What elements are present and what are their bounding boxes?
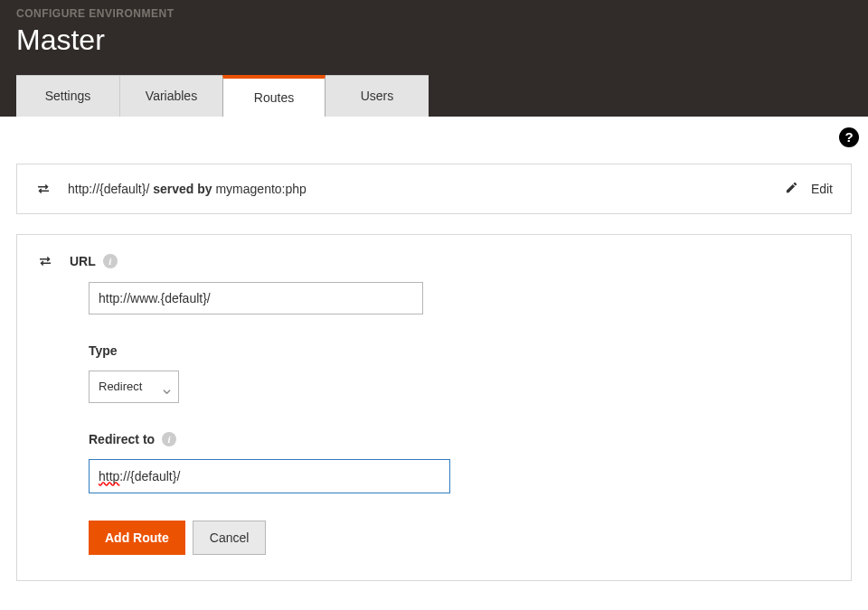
url-input[interactable] xyxy=(89,282,423,314)
route-arrows-icon xyxy=(35,181,52,197)
redirect-to-input[interactable]: http://{default}/ xyxy=(89,459,450,493)
tab-variables[interactable]: Variables xyxy=(119,75,222,117)
header-title: Master xyxy=(16,23,852,57)
route-form-panel: URL i Type Redirect Redirect to i xyxy=(16,234,852,581)
tabs: Settings Variables Routes Users xyxy=(0,75,868,117)
help-icon[interactable]: ? xyxy=(839,127,859,147)
cancel-button[interactable]: Cancel xyxy=(193,521,267,555)
header-subtitle: CONFIGURE ENVIRONMENT xyxy=(16,7,852,22)
form-arrows-icon xyxy=(37,253,53,269)
route-text: http://{default}/ served by mymagento:ph… xyxy=(68,182,785,196)
tab-routes[interactable]: Routes xyxy=(222,75,326,117)
redirect-info-icon[interactable]: i xyxy=(162,432,176,446)
redirect-to-label: Redirect to xyxy=(89,432,155,446)
route-served-value: mymagento:php xyxy=(212,182,307,196)
route-url: http://{default}/ xyxy=(68,182,153,196)
tab-users[interactable]: Users xyxy=(326,75,429,117)
pencil-icon xyxy=(785,181,798,197)
redirect-value-misspell: http xyxy=(99,469,119,483)
url-info-icon[interactable]: i xyxy=(103,254,118,268)
redirect-value-rest: ://{default}/ xyxy=(119,469,180,483)
route-served-by-label: served by xyxy=(153,182,212,196)
edit-label: Edit xyxy=(811,182,833,196)
type-label: Type xyxy=(89,343,831,358)
edit-button[interactable]: Edit xyxy=(785,181,833,197)
tab-settings[interactable]: Settings xyxy=(16,75,119,117)
add-route-button[interactable]: Add Route xyxy=(89,521,185,555)
route-entry-panel: http://{default}/ served by mymagento:ph… xyxy=(16,164,852,214)
chevron-down-icon xyxy=(163,383,171,399)
url-label: URL xyxy=(70,254,96,268)
page-header: CONFIGURE ENVIRONMENT Master xyxy=(0,0,868,75)
